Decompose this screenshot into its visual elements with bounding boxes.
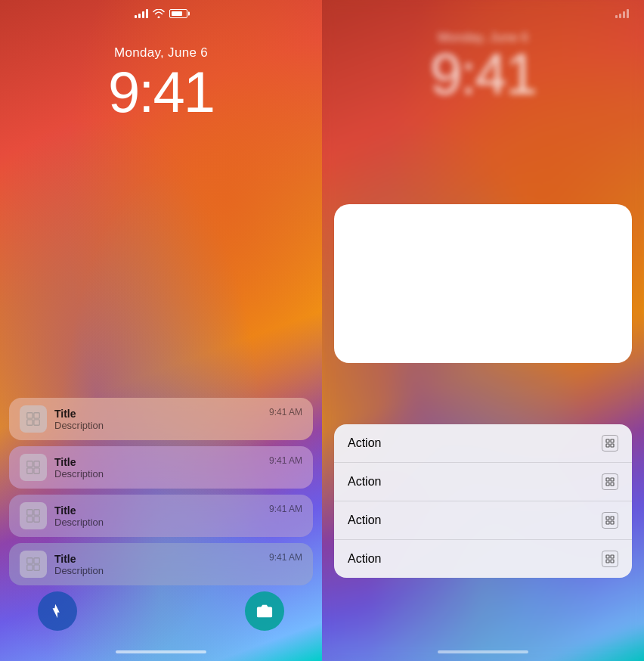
svg-rect-18: [611, 439, 614, 442]
status-bar-right: [615, 9, 629, 18]
context-item-icon-1: [602, 435, 618, 452]
notification-card-1[interactable]: Title Description 9:41 AM: [9, 398, 313, 440]
svg-rect-22: [611, 478, 614, 481]
svg-rect-23: [606, 483, 609, 486]
svg-rect-11: [34, 517, 39, 522]
svg-rect-32: [611, 560, 614, 563]
svg-rect-15: [34, 565, 39, 570]
svg-rect-6: [27, 468, 33, 473]
svg-rect-9: [34, 510, 39, 515]
context-item-icon-4: [602, 551, 618, 567]
notif-content-3: Title Description: [54, 504, 262, 528]
notif-title-2: Title: [54, 456, 262, 468]
time-display: 9:41: [0, 64, 322, 121]
battery-icon: [169, 9, 187, 18]
bottom-controls: [0, 591, 322, 631]
notif-desc-3: Description: [54, 517, 262, 528]
notif-time-3: 9:41 AM: [269, 504, 302, 514]
svg-rect-27: [606, 521, 609, 524]
notif-time-1: 9:41 AM: [269, 407, 302, 417]
notification-card-2[interactable]: Title Description 9:41 AM: [9, 446, 313, 489]
svg-rect-31: [606, 560, 609, 563]
context-menu-item-1[interactable]: Action: [334, 424, 632, 463]
status-bar-left: [0, 9, 322, 18]
notif-time-4: 9:41 AM: [269, 552, 302, 563]
home-indicator-right: [438, 650, 528, 653]
svg-rect-0: [27, 413, 33, 418]
context-menu-item-2[interactable]: Action: [334, 463, 632, 501]
date-display: Monday, June 6: [0, 45, 322, 61]
context-item-label-1: Action: [348, 436, 381, 450]
svg-rect-24: [611, 483, 614, 486]
date-time-left: Monday, June 6 9:41: [0, 45, 322, 121]
notif-content-1: Title Description: [54, 408, 262, 431]
svg-point-16: [262, 609, 267, 614]
date-time-right: Monday, June 6 9:41: [322, 30, 644, 103]
notif-title-4: Title: [54, 553, 262, 565]
svg-rect-29: [606, 555, 609, 558]
notif-content-4: Title Description: [54, 553, 262, 576]
svg-rect-7: [34, 468, 39, 473]
notif-desc-1: Description: [54, 420, 262, 431]
svg-rect-5: [34, 461, 39, 467]
notifications-area: Title Description 9:41 AM Title Descript…: [9, 398, 313, 585]
notif-app-icon-3: [20, 502, 47, 529]
svg-rect-2: [27, 420, 33, 425]
signal-icon: [135, 9, 148, 18]
expanded-notification-card[interactable]: [334, 204, 632, 363]
svg-rect-3: [34, 420, 39, 425]
svg-rect-8: [27, 510, 33, 515]
phone-right: Monday, June 6 9:41 Action Action Action…: [322, 0, 644, 661]
notif-content-2: Title Description: [54, 456, 262, 479]
context-menu-item-4[interactable]: Action: [334, 540, 632, 578]
notif-time-2: 9:41 AM: [269, 455, 302, 466]
home-indicator-left: [116, 650, 206, 653]
svg-rect-20: [611, 444, 614, 447]
wifi-icon: [153, 9, 165, 18]
svg-rect-28: [611, 521, 614, 524]
svg-rect-14: [27, 565, 33, 570]
notif-title-1: Title: [54, 408, 262, 420]
svg-rect-30: [611, 555, 614, 558]
signal-icon-right: [615, 9, 629, 18]
context-item-label-4: Action: [348, 552, 381, 566]
torch-button[interactable]: [38, 591, 77, 631]
context-item-icon-2: [602, 473, 618, 490]
notif-app-icon-4: [20, 551, 47, 578]
notification-card-4[interactable]: Title Description 9:41 AM: [9, 543, 313, 585]
svg-rect-17: [606, 439, 609, 442]
notif-app-icon-1: [20, 405, 47, 433]
notification-card-3[interactable]: Title Description 9:41 AM: [9, 495, 313, 537]
context-item-label-2: Action: [348, 475, 381, 489]
svg-rect-26: [611, 517, 614, 520]
svg-rect-13: [34, 558, 39, 563]
svg-rect-4: [27, 461, 33, 467]
time-display-right: 9:41: [322, 45, 644, 103]
notif-app-icon-2: [20, 454, 47, 481]
context-item-icon-3: [602, 512, 618, 529]
svg-rect-25: [606, 517, 609, 520]
svg-rect-1: [34, 413, 39, 418]
svg-rect-21: [606, 478, 609, 481]
phone-left: Monday, June 6 9:41 Title Description 9:…: [0, 0, 322, 661]
svg-rect-10: [27, 517, 33, 522]
notif-desc-4: Description: [54, 565, 262, 576]
svg-rect-19: [606, 444, 609, 447]
context-item-label-3: Action: [348, 514, 381, 527]
notif-desc-2: Description: [54, 468, 262, 479]
camera-button[interactable]: [245, 591, 284, 631]
context-menu: Action Action Action Action: [334, 424, 632, 578]
svg-rect-12: [27, 558, 33, 563]
context-menu-item-3[interactable]: Action: [334, 501, 632, 540]
notif-title-3: Title: [54, 504, 262, 517]
